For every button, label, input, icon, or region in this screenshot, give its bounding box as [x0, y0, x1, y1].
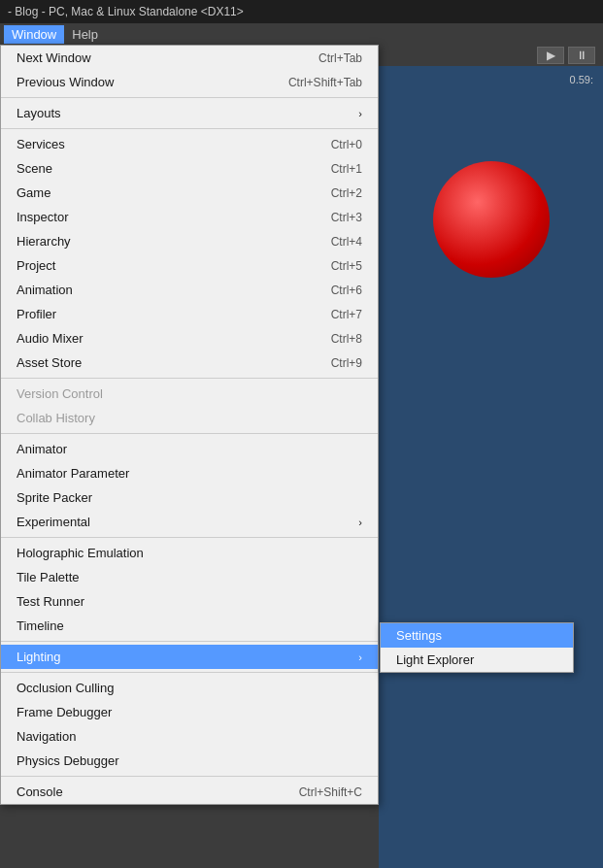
menu-item-label: Sprite Packer — [17, 490, 92, 505]
menu-item-label: Timeline — [17, 618, 64, 633]
fps-label: 0.59: — [570, 74, 593, 85]
menu-item-tile-palette[interactable]: Tile Palette — [1, 565, 378, 589]
menu-item-prev-window[interactable]: Previous WindowCtrl+Shift+Tab — [1, 70, 378, 94]
menu-item-right: Ctrl+Shift+Tab — [288, 76, 362, 89]
menu-item-label: Profiler — [17, 307, 56, 321]
menu-item-label: Previous Window — [17, 75, 114, 89]
menu-separator — [1, 128, 378, 129]
menu-item-label: Version Control — [17, 386, 103, 401]
menu-bar-help[interactable]: Help — [64, 25, 106, 44]
play-button[interactable]: ▶ — [537, 47, 564, 64]
menu-item-label: Experimental — [17, 515, 90, 529]
menu-item-right: Ctrl+3 — [331, 211, 362, 224]
menu-separator — [1, 537, 378, 538]
menu-item-project[interactable]: ProjectCtrl+5 — [1, 253, 378, 278]
menu-item-occlusion[interactable]: Occlusion Culling — [1, 676, 378, 700]
menu-item-right: Ctrl+Shift+C — [299, 785, 362, 799]
menu-item-lighting[interactable]: Lighting› — [1, 645, 378, 669]
menu-separator — [1, 378, 378, 379]
menu-item-label: Collab History — [17, 411, 95, 425]
menu-item-asset-store[interactable]: Asset StoreCtrl+9 — [1, 351, 378, 375]
menu-item-next-window[interactable]: Next WindowCtrl+Tab — [1, 46, 378, 70]
menu-item-label: Scene — [17, 161, 52, 176]
game-view: ▶ ⏸ 0.59: — [379, 45, 603, 868]
menu-item-profiler[interactable]: ProfilerCtrl+7 — [1, 302, 378, 326]
menu-item-label: Lighting — [17, 650, 61, 664]
submenu-item-settings[interactable]: Settings — [381, 623, 573, 648]
menu-item-label: Animator — [17, 442, 67, 456]
menu-item-right: Ctrl+Tab — [318, 51, 362, 65]
menu-item-inspector[interactable]: InspectorCtrl+3 — [1, 205, 378, 229]
title-bar: - Blog - PC, Mac & Linux Standalone <DX1… — [0, 0, 603, 23]
game-toolbar: ▶ ⏸ — [379, 45, 603, 66]
menu-item-label: Asset Store — [17, 355, 82, 370]
menu-item-collab-history: Collab History — [1, 406, 378, 430]
menu-item-timeline[interactable]: Timeline — [1, 614, 378, 638]
menu-separator — [1, 776, 378, 777]
menu-item-label: Console — [17, 785, 63, 799]
menu-item-animation[interactable]: AnimationCtrl+6 — [1, 278, 378, 302]
red-ball — [433, 161, 550, 278]
menu-item-layouts[interactable]: Layouts› — [1, 101, 378, 125]
menu-item-right: Ctrl+4 — [331, 235, 362, 249]
menu-item-physics-debugger[interactable]: Physics Debugger — [1, 749, 378, 773]
menu-item-label: Inspector — [17, 210, 68, 224]
menu-item-animator-param[interactable]: Animator Parameter — [1, 461, 378, 485]
menu-item-scene[interactable]: SceneCtrl+1 — [1, 156, 378, 181]
main-area: ▶ ⏸ 0.59: Next WindowCtrl+TabPrevious Wi… — [0, 45, 603, 868]
menu-item-label: Hierarchy — [17, 234, 71, 249]
menu-item-label: Layouts — [17, 106, 61, 120]
menu-item-label: Physics Debugger — [17, 753, 119, 768]
menu-item-right: › — [358, 651, 362, 663]
menu-item-label: Navigation — [17, 729, 76, 744]
menu-item-game[interactable]: GameCtrl+2 — [1, 181, 378, 205]
menu-item-label: Test Runner — [17, 594, 84, 609]
menu-item-sprite-packer[interactable]: Sprite Packer — [1, 485, 378, 510]
menu-item-right: Ctrl+0 — [331, 138, 362, 151]
menu-item-test-runner[interactable]: Test Runner — [1, 589, 378, 614]
menu-item-hierarchy[interactable]: HierarchyCtrl+4 — [1, 229, 378, 253]
menu-item-services[interactable]: ServicesCtrl+0 — [1, 132, 378, 156]
menu-item-version-control: Version Control — [1, 382, 378, 406]
menu-item-label: Game — [17, 185, 50, 200]
menu-item-right: Ctrl+8 — [331, 332, 362, 346]
menu-separator — [1, 97, 378, 98]
menu-item-animator[interactable]: Animator — [1, 437, 378, 461]
menu-item-right: Ctrl+7 — [331, 308, 362, 321]
menu-item-right: Ctrl+5 — [331, 259, 362, 273]
menu-item-label: Next Window — [17, 50, 91, 65]
menu-item-holographic[interactable]: Holographic Emulation — [1, 541, 378, 565]
menu-item-label: Services — [17, 137, 65, 151]
menu-item-right: Ctrl+9 — [331, 356, 362, 370]
menu-item-label: Tile Palette — [17, 570, 80, 584]
menu-item-label: Animation — [17, 283, 73, 297]
menu-item-label: Occlusion Culling — [17, 681, 114, 695]
menu-item-label: Holographic Emulation — [17, 546, 144, 560]
submenu-item-light-explorer[interactable]: Light Explorer — [381, 648, 573, 672]
window-menu: Next WindowCtrl+TabPrevious WindowCtrl+S… — [0, 45, 379, 805]
menu-separator — [1, 641, 378, 642]
menu-item-label: Frame Debugger — [17, 705, 112, 719]
pause-button[interactable]: ⏸ — [568, 47, 595, 64]
title-text: - Blog - PC, Mac & Linux Standalone <DX1… — [8, 5, 244, 18]
menu-item-frame-debugger[interactable]: Frame Debugger — [1, 700, 378, 724]
menu-separator — [1, 672, 378, 673]
menu-item-console[interactable]: ConsoleCtrl+Shift+C — [1, 780, 378, 804]
menu-bar: Window Help — [0, 23, 603, 45]
menu-item-right: Ctrl+6 — [331, 284, 362, 297]
menu-item-right: › — [358, 108, 362, 119]
menu-item-right: Ctrl+1 — [331, 162, 362, 176]
menu-item-experimental[interactable]: Experimental› — [1, 510, 378, 534]
menu-item-navigation[interactable]: Navigation — [1, 724, 378, 749]
menu-item-label: Animator Parameter — [17, 466, 129, 481]
menu-separator — [1, 433, 378, 434]
menu-item-right: Ctrl+2 — [331, 186, 362, 200]
menu-item-label: Audio Mixer — [17, 331, 84, 346]
lighting-submenu: SettingsLight Explorer — [380, 622, 574, 673]
menu-item-right: › — [358, 517, 362, 528]
menu-item-label: Project — [17, 258, 55, 273]
menu-item-audio-mixer[interactable]: Audio MixerCtrl+8 — [1, 326, 378, 351]
menu-bar-window[interactable]: Window — [4, 25, 64, 44]
